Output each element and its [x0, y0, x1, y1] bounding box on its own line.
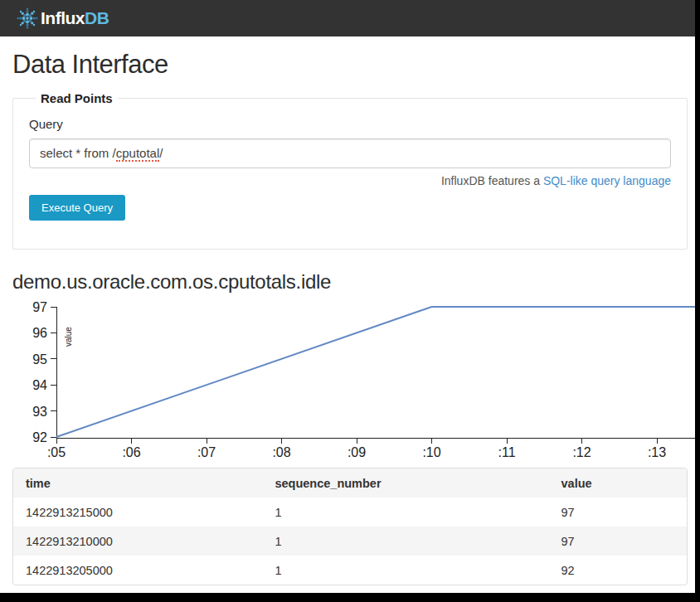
read-points-panel: Read Points Query select * from /cputota…	[12, 91, 688, 250]
y-tick-label: 97	[32, 300, 47, 314]
column-header-sequence_number: sequence_number	[262, 468, 548, 498]
y-axis-label: value	[64, 327, 73, 347]
results-table-head: timesequence_numbervalue	[13, 468, 687, 498]
results-table-wrap: timesequence_numbervalue 142291321500019…	[12, 468, 688, 585]
table-cell: 1422913210000	[13, 527, 262, 556]
influxdb-burst-icon	[17, 7, 38, 29]
query-text-prefix: select * from /	[40, 146, 116, 160]
chart-line-series-value	[56, 307, 695, 437]
query-text-misspelled-spellcheck: cputotal	[116, 146, 160, 162]
sql-query-language-link[interactable]: SQL-like query language	[543, 174, 671, 187]
helper-text: InfluxDB features a	[441, 174, 543, 187]
brand-text: InfluxDB	[41, 8, 109, 28]
y-tick-label: 95	[32, 352, 47, 367]
results-table-body: 1422913215000197142291321000019714229132…	[13, 498, 687, 585]
y-tick-label: 96	[32, 326, 47, 340]
table-row: 1422913215000197	[13, 498, 687, 527]
table-cell: 97	[549, 527, 687, 556]
results-table: timesequence_numbervalue 142291321500019…	[13, 468, 687, 585]
table-row: 1422913210000197	[13, 527, 687, 556]
x-tick-label: :08	[272, 445, 290, 459]
line-chart: 929394959697:05:06:07:08:09:10:11:12:13v…	[0, 299, 695, 464]
y-tick-label: 93	[32, 405, 47, 419]
x-tick-label: :06	[122, 445, 140, 459]
query-text-suffix: /	[159, 146, 163, 160]
x-tick-label: :13	[648, 445, 666, 459]
navbar: InfluxDB	[0, 0, 695, 36]
x-tick-label: :10	[422, 445, 440, 459]
x-tick-label: :07	[197, 445, 216, 459]
window-edge-bottom	[0, 593, 700, 602]
table-cell: 97	[549, 498, 687, 527]
chart-title: demo.us.oracle.com.os.cputotals.idle	[12, 270, 688, 294]
x-tick-label: :12	[572, 445, 591, 459]
x-tick-label: :09	[348, 445, 366, 459]
page-title: Data Interface	[12, 50, 688, 80]
table-cell: 1422913215000	[13, 498, 262, 527]
y-tick-label: 92	[32, 430, 47, 444]
brand-influx: Influx	[41, 8, 85, 27]
table-cell: 1	[262, 498, 548, 527]
execute-query-button[interactable]: Execute Query	[29, 195, 125, 221]
column-header-time: time	[13, 468, 262, 498]
query-label: Query	[29, 117, 671, 131]
read-points-legend: Read Points	[36, 91, 118, 105]
column-header-value: value	[549, 468, 687, 498]
query-input[interactable]: select * from /cputotal/	[29, 138, 671, 168]
y-tick-label: 94	[32, 378, 47, 392]
influxdb-brand-link[interactable]: InfluxDB	[17, 7, 109, 29]
brand-db: DB	[85, 8, 109, 27]
x-tick-label: :05	[47, 445, 66, 459]
table-cell: 92	[549, 556, 687, 585]
table-row: 1422913205000192	[13, 556, 687, 585]
table-cell: 1	[262, 527, 548, 556]
query-helper-line: InfluxDB features a SQL-like query langu…	[29, 174, 671, 187]
chart-area: 929394959697:05:06:07:08:09:10:11:12:13v…	[0, 299, 695, 464]
table-cell: 1	[262, 556, 548, 585]
x-tick-label: :11	[498, 445, 515, 459]
table-cell: 1422913205000	[13, 556, 262, 585]
window-edge-right	[695, 0, 700, 602]
